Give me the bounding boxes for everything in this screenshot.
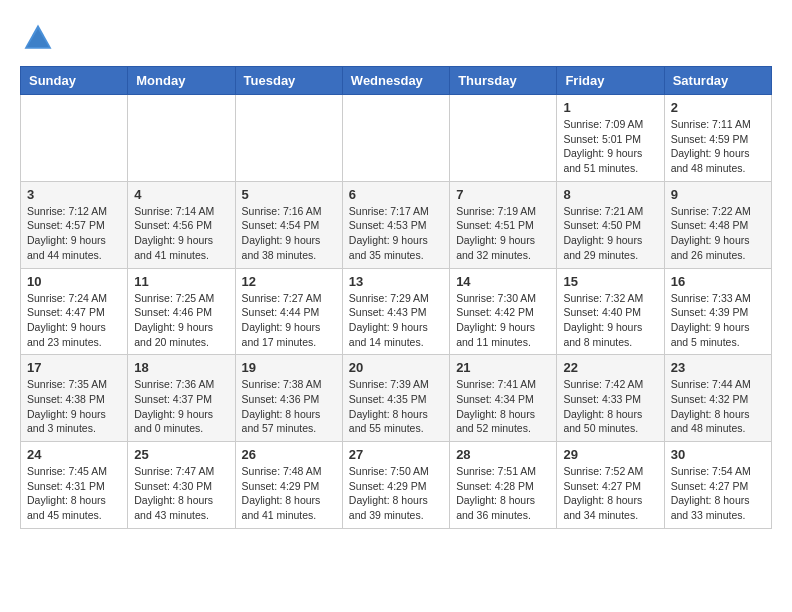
week-row-5: 24Sunrise: 7:45 AM Sunset: 4:31 PM Dayli… <box>21 442 772 529</box>
day-number: 16 <box>671 274 765 289</box>
day-info: Sunrise: 7:16 AM Sunset: 4:54 PM Dayligh… <box>242 204 336 263</box>
day-number: 17 <box>27 360 121 375</box>
calendar-cell: 30Sunrise: 7:54 AM Sunset: 4:27 PM Dayli… <box>664 442 771 529</box>
day-info: Sunrise: 7:35 AM Sunset: 4:38 PM Dayligh… <box>27 377 121 436</box>
day-info: Sunrise: 7:11 AM Sunset: 4:59 PM Dayligh… <box>671 117 765 176</box>
day-info: Sunrise: 7:27 AM Sunset: 4:44 PM Dayligh… <box>242 291 336 350</box>
calendar-cell <box>21 95 128 182</box>
day-number: 8 <box>563 187 657 202</box>
calendar-cell: 2Sunrise: 7:11 AM Sunset: 4:59 PM Daylig… <box>664 95 771 182</box>
day-number: 21 <box>456 360 550 375</box>
day-number: 11 <box>134 274 228 289</box>
calendar-cell: 15Sunrise: 7:32 AM Sunset: 4:40 PM Dayli… <box>557 268 664 355</box>
day-number: 28 <box>456 447 550 462</box>
day-info: Sunrise: 7:48 AM Sunset: 4:29 PM Dayligh… <box>242 464 336 523</box>
week-row-2: 3Sunrise: 7:12 AM Sunset: 4:57 PM Daylig… <box>21 181 772 268</box>
week-row-3: 10Sunrise: 7:24 AM Sunset: 4:47 PM Dayli… <box>21 268 772 355</box>
day-info: Sunrise: 7:45 AM Sunset: 4:31 PM Dayligh… <box>27 464 121 523</box>
day-number: 7 <box>456 187 550 202</box>
day-number: 2 <box>671 100 765 115</box>
calendar-table: SundayMondayTuesdayWednesdayThursdayFrid… <box>20 66 772 529</box>
day-info: Sunrise: 7:51 AM Sunset: 4:28 PM Dayligh… <box>456 464 550 523</box>
calendar-cell: 8Sunrise: 7:21 AM Sunset: 4:50 PM Daylig… <box>557 181 664 268</box>
calendar-cell: 26Sunrise: 7:48 AM Sunset: 4:29 PM Dayli… <box>235 442 342 529</box>
day-number: 22 <box>563 360 657 375</box>
weekday-header-saturday: Saturday <box>664 67 771 95</box>
day-number: 23 <box>671 360 765 375</box>
day-number: 18 <box>134 360 228 375</box>
day-info: Sunrise: 7:14 AM Sunset: 4:56 PM Dayligh… <box>134 204 228 263</box>
svg-marker-1 <box>27 29 49 47</box>
calendar-cell <box>450 95 557 182</box>
weekday-header-row: SundayMondayTuesdayWednesdayThursdayFrid… <box>21 67 772 95</box>
weekday-header-tuesday: Tuesday <box>235 67 342 95</box>
day-info: Sunrise: 7:52 AM Sunset: 4:27 PM Dayligh… <box>563 464 657 523</box>
calendar-cell: 28Sunrise: 7:51 AM Sunset: 4:28 PM Dayli… <box>450 442 557 529</box>
day-number: 3 <box>27 187 121 202</box>
calendar-cell: 1Sunrise: 7:09 AM Sunset: 5:01 PM Daylig… <box>557 95 664 182</box>
day-info: Sunrise: 7:22 AM Sunset: 4:48 PM Dayligh… <box>671 204 765 263</box>
day-info: Sunrise: 7:12 AM Sunset: 4:57 PM Dayligh… <box>27 204 121 263</box>
day-number: 27 <box>349 447 443 462</box>
day-info: Sunrise: 7:09 AM Sunset: 5:01 PM Dayligh… <box>563 117 657 176</box>
calendar-cell: 13Sunrise: 7:29 AM Sunset: 4:43 PM Dayli… <box>342 268 449 355</box>
day-number: 12 <box>242 274 336 289</box>
calendar-cell: 20Sunrise: 7:39 AM Sunset: 4:35 PM Dayli… <box>342 355 449 442</box>
day-info: Sunrise: 7:29 AM Sunset: 4:43 PM Dayligh… <box>349 291 443 350</box>
logo-icon <box>20 20 56 56</box>
day-number: 14 <box>456 274 550 289</box>
day-info: Sunrise: 7:25 AM Sunset: 4:46 PM Dayligh… <box>134 291 228 350</box>
calendar-cell: 12Sunrise: 7:27 AM Sunset: 4:44 PM Dayli… <box>235 268 342 355</box>
day-info: Sunrise: 7:50 AM Sunset: 4:29 PM Dayligh… <box>349 464 443 523</box>
day-info: Sunrise: 7:41 AM Sunset: 4:34 PM Dayligh… <box>456 377 550 436</box>
day-number: 9 <box>671 187 765 202</box>
calendar-cell: 27Sunrise: 7:50 AM Sunset: 4:29 PM Dayli… <box>342 442 449 529</box>
calendar-cell: 25Sunrise: 7:47 AM Sunset: 4:30 PM Dayli… <box>128 442 235 529</box>
calendar-cell: 14Sunrise: 7:30 AM Sunset: 4:42 PM Dayli… <box>450 268 557 355</box>
day-info: Sunrise: 7:30 AM Sunset: 4:42 PM Dayligh… <box>456 291 550 350</box>
day-number: 26 <box>242 447 336 462</box>
day-info: Sunrise: 7:39 AM Sunset: 4:35 PM Dayligh… <box>349 377 443 436</box>
weekday-header-friday: Friday <box>557 67 664 95</box>
calendar-cell: 22Sunrise: 7:42 AM Sunset: 4:33 PM Dayli… <box>557 355 664 442</box>
day-info: Sunrise: 7:24 AM Sunset: 4:47 PM Dayligh… <box>27 291 121 350</box>
calendar-cell: 5Sunrise: 7:16 AM Sunset: 4:54 PM Daylig… <box>235 181 342 268</box>
weekday-header-sunday: Sunday <box>21 67 128 95</box>
day-number: 1 <box>563 100 657 115</box>
day-number: 29 <box>563 447 657 462</box>
day-info: Sunrise: 7:21 AM Sunset: 4:50 PM Dayligh… <box>563 204 657 263</box>
page-header <box>20 20 772 56</box>
calendar-cell: 18Sunrise: 7:36 AM Sunset: 4:37 PM Dayli… <box>128 355 235 442</box>
week-row-4: 17Sunrise: 7:35 AM Sunset: 4:38 PM Dayli… <box>21 355 772 442</box>
day-number: 10 <box>27 274 121 289</box>
day-number: 15 <box>563 274 657 289</box>
day-info: Sunrise: 7:33 AM Sunset: 4:39 PM Dayligh… <box>671 291 765 350</box>
week-row-1: 1Sunrise: 7:09 AM Sunset: 5:01 PM Daylig… <box>21 95 772 182</box>
day-number: 13 <box>349 274 443 289</box>
day-info: Sunrise: 7:38 AM Sunset: 4:36 PM Dayligh… <box>242 377 336 436</box>
calendar-cell: 21Sunrise: 7:41 AM Sunset: 4:34 PM Dayli… <box>450 355 557 442</box>
calendar-cell: 29Sunrise: 7:52 AM Sunset: 4:27 PM Dayli… <box>557 442 664 529</box>
calendar-cell: 24Sunrise: 7:45 AM Sunset: 4:31 PM Dayli… <box>21 442 128 529</box>
day-info: Sunrise: 7:32 AM Sunset: 4:40 PM Dayligh… <box>563 291 657 350</box>
day-number: 4 <box>134 187 228 202</box>
calendar-cell: 11Sunrise: 7:25 AM Sunset: 4:46 PM Dayli… <box>128 268 235 355</box>
day-number: 24 <box>27 447 121 462</box>
day-number: 20 <box>349 360 443 375</box>
day-info: Sunrise: 7:36 AM Sunset: 4:37 PM Dayligh… <box>134 377 228 436</box>
calendar-cell: 3Sunrise: 7:12 AM Sunset: 4:57 PM Daylig… <box>21 181 128 268</box>
logo <box>20 20 60 56</box>
calendar-cell: 6Sunrise: 7:17 AM Sunset: 4:53 PM Daylig… <box>342 181 449 268</box>
day-number: 5 <box>242 187 336 202</box>
calendar-cell: 7Sunrise: 7:19 AM Sunset: 4:51 PM Daylig… <box>450 181 557 268</box>
calendar-cell <box>235 95 342 182</box>
day-info: Sunrise: 7:17 AM Sunset: 4:53 PM Dayligh… <box>349 204 443 263</box>
weekday-header-wednesday: Wednesday <box>342 67 449 95</box>
day-info: Sunrise: 7:19 AM Sunset: 4:51 PM Dayligh… <box>456 204 550 263</box>
day-number: 6 <box>349 187 443 202</box>
day-info: Sunrise: 7:54 AM Sunset: 4:27 PM Dayligh… <box>671 464 765 523</box>
weekday-header-thursday: Thursday <box>450 67 557 95</box>
calendar-cell: 10Sunrise: 7:24 AM Sunset: 4:47 PM Dayli… <box>21 268 128 355</box>
day-number: 19 <box>242 360 336 375</box>
calendar-cell: 19Sunrise: 7:38 AM Sunset: 4:36 PM Dayli… <box>235 355 342 442</box>
